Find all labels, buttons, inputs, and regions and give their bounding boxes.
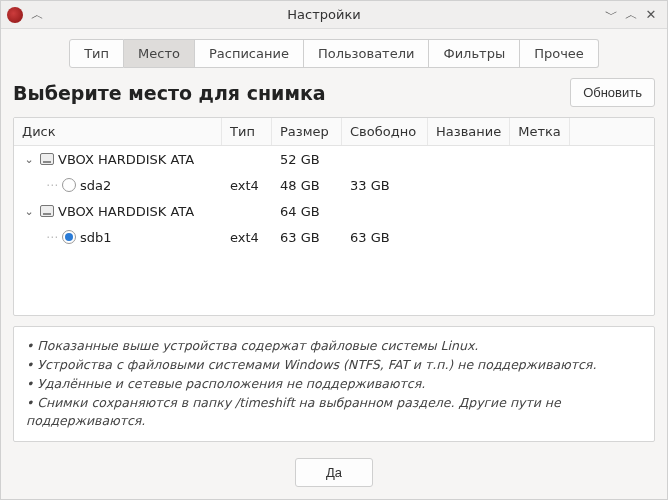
cell-type: ext4 (222, 178, 272, 193)
titlebar: ︿ Настройки ﹀ ︿ ✕ (1, 1, 667, 29)
tree-branch-icon: ⋯ (38, 230, 58, 244)
settings-window: ︿ Настройки ﹀ ︿ ✕ ТипМестоРасписаниеПоль… (0, 0, 668, 500)
notes-panel: • Показанные выше устройства содержат фа… (13, 326, 655, 442)
tab-1[interactable]: Место (124, 39, 195, 68)
harddisk-icon (40, 153, 54, 165)
col-label[interactable]: Метка (510, 118, 570, 145)
window-title: Настройки (47, 7, 601, 22)
partition-radio[interactable] (62, 230, 76, 244)
note-line: • Показанные выше устройства содержат фа… (26, 337, 642, 356)
ok-button[interactable]: Да (295, 458, 373, 487)
disk-label: VBOX HARDDISK ATA (58, 152, 194, 167)
tree-header: Диск Тип Размер Свободно Название Метка (14, 118, 654, 146)
cell-free: 33 GB (342, 178, 428, 193)
partition-label: sdb1 (80, 230, 112, 245)
tree-branch-icon: ⋯ (38, 178, 58, 192)
col-type[interactable]: Тип (222, 118, 272, 145)
partition-row[interactable]: ⋯sdb1ext463 GB63 GB (14, 224, 654, 250)
heading-row: Выберите место для снимка Обновить (13, 78, 655, 107)
cell-size: 64 GB (272, 204, 342, 219)
content-area: ТипМестоРасписаниеПользователиФильтрыПро… (1, 29, 667, 450)
page-heading: Выберите место для снимка (13, 82, 326, 104)
close-button[interactable]: ✕ (641, 5, 661, 25)
col-spacer (570, 118, 654, 145)
roll-up-button[interactable]: ︿ (27, 5, 47, 25)
tab-bar: ТипМестоРасписаниеПользователиФильтрыПро… (13, 39, 655, 68)
minimize-button[interactable]: ﹀ (601, 5, 621, 25)
cell-type: ext4 (222, 230, 272, 245)
cell-size: 52 GB (272, 152, 342, 167)
tab-0[interactable]: Тип (69, 39, 124, 68)
cell-size: 48 GB (272, 178, 342, 193)
cell-free: 63 GB (342, 230, 428, 245)
partition-label: sda2 (80, 178, 111, 193)
device-tree: Диск Тип Размер Свободно Название Метка … (13, 117, 655, 316)
partition-radio[interactable] (62, 178, 76, 192)
tab-2[interactable]: Расписание (195, 39, 304, 68)
note-line: • Устройства с файловыми системами Windo… (26, 356, 642, 375)
cell-size: 63 GB (272, 230, 342, 245)
note-line: • Удалённые и сетевые расположения не по… (26, 375, 642, 394)
disk-label: VBOX HARDDISK ATA (58, 204, 194, 219)
col-disk[interactable]: Диск (14, 118, 222, 145)
tree-body[interactable]: ⌄VBOX HARDDISK ATA52 GB⋯sda2ext448 GB33 … (14, 146, 654, 315)
disk-row[interactable]: ⌄VBOX HARDDISK ATA64 GB (14, 198, 654, 224)
col-name[interactable]: Название (428, 118, 510, 145)
refresh-button[interactable]: Обновить (570, 78, 655, 107)
tab-4[interactable]: Фильтры (429, 39, 520, 68)
tab-3[interactable]: Пользователи (304, 39, 430, 68)
chevron-down-icon[interactable]: ⌄ (22, 153, 36, 166)
harddisk-icon (40, 205, 54, 217)
note-line: • Снимки сохраняются в папку /timeshift … (26, 394, 642, 432)
disk-row[interactable]: ⌄VBOX HARDDISK ATA52 GB (14, 146, 654, 172)
col-size[interactable]: Размер (272, 118, 342, 145)
tab-5[interactable]: Прочее (520, 39, 599, 68)
partition-row[interactable]: ⋯sda2ext448 GB33 GB (14, 172, 654, 198)
chevron-down-icon[interactable]: ⌄ (22, 205, 36, 218)
col-free[interactable]: Свободно (342, 118, 428, 145)
dialog-footer: Да (1, 450, 667, 499)
app-icon (7, 7, 23, 23)
maximize-button[interactable]: ︿ (621, 5, 641, 25)
